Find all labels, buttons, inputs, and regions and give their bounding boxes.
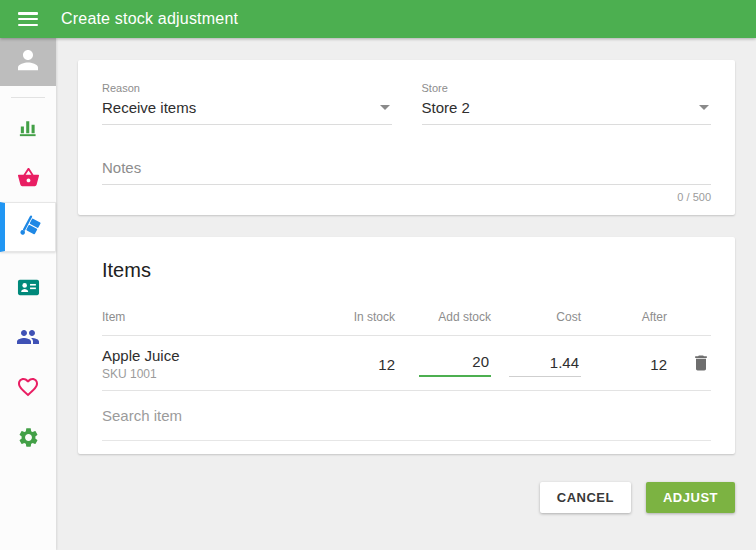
sidebar-item-stock[interactable]: [0, 202, 56, 252]
reason-label: Reason: [102, 82, 392, 94]
sidebar-item-sales[interactable]: [0, 152, 56, 202]
person-avatar-icon: [13, 45, 43, 79]
column-header-after: After: [581, 310, 667, 324]
chevron-down-icon: [699, 105, 709, 110]
notes-char-counter: 0 / 500: [102, 191, 711, 203]
app-header: Create stock adjustment: [0, 0, 756, 38]
after-value: 12: [581, 356, 667, 373]
in-stock-value: 12: [317, 356, 395, 373]
form-actions: CANCEL ADJUST: [78, 482, 735, 513]
people-icon: [16, 325, 40, 349]
column-header-item: Item: [102, 310, 317, 324]
bar-chart-icon: [17, 116, 40, 139]
store-select[interactable]: Store Store 2: [422, 82, 712, 125]
cancel-button[interactable]: CANCEL: [540, 482, 631, 513]
sidebar-item-customers[interactable]: [0, 312, 56, 362]
hand-truck-icon: [18, 215, 42, 239]
store-value: Store 2: [422, 99, 470, 116]
trash-icon: [691, 353, 711, 376]
create-stock-adjustment-page: Create stock adjustment: [0, 0, 756, 550]
contact-card-icon: [17, 276, 40, 299]
main-content: Reason Receive items Store Store 2: [56, 38, 756, 550]
column-header-add-stock: Add stock: [395, 310, 491, 324]
column-header-cost: Cost: [491, 310, 581, 324]
table-row: Apple Juice SKU 1001 12 12: [102, 336, 711, 391]
gear-icon: [17, 426, 40, 449]
sidebar-item-loyalty[interactable]: [0, 362, 56, 412]
delete-item-button[interactable]: [667, 353, 711, 376]
basket-icon: [17, 166, 40, 189]
reason-value: Receive items: [102, 99, 196, 116]
chevron-down-icon: [380, 105, 390, 110]
search-item-input[interactable]: [102, 397, 711, 441]
adjustment-form-card: Reason Receive items Store Store 2: [78, 60, 735, 215]
item-sku: SKU 1001: [102, 367, 317, 381]
reason-select[interactable]: Reason Receive items: [102, 82, 392, 125]
items-card-title: Items: [102, 259, 711, 282]
store-label: Store: [422, 82, 712, 94]
items-card: Items Item In stock Add stock Cost After…: [78, 237, 735, 454]
menu-icon[interactable]: [18, 12, 38, 26]
sidebar-item-profile[interactable]: [0, 38, 56, 86]
items-table-header: Item In stock Add stock Cost After: [102, 310, 711, 336]
cost-input[interactable]: [509, 352, 581, 377]
item-name: Apple Juice: [102, 347, 317, 364]
sidebar-item-settings[interactable]: [0, 412, 56, 462]
sidebar: [0, 38, 56, 550]
sidebar-item-reports[interactable]: [0, 102, 56, 152]
add-stock-input[interactable]: [419, 351, 491, 377]
column-header-in-stock: In stock: [317, 310, 395, 324]
notes-input[interactable]: [102, 155, 711, 185]
heart-icon: [16, 375, 40, 399]
sidebar-item-employees[interactable]: [0, 262, 56, 312]
adjust-button[interactable]: ADJUST: [646, 482, 735, 513]
sidebar-divider: [11, 97, 45, 98]
page-title: Create stock adjustment: [61, 10, 238, 28]
